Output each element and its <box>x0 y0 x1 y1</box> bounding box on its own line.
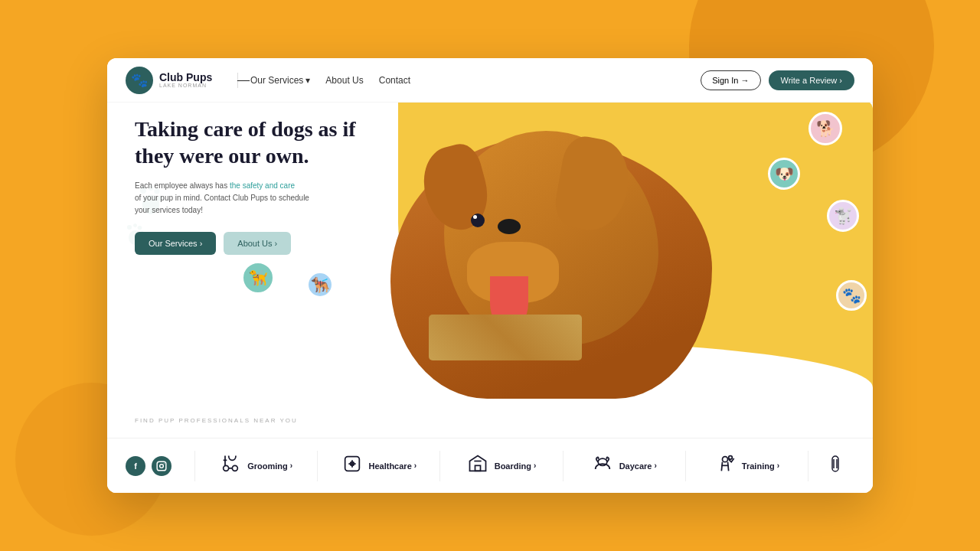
services-button[interactable]: Our Services › <box>135 232 216 255</box>
svg-rect-46 <box>832 456 838 471</box>
microchip-icon <box>826 453 844 479</box>
grooming-icon <box>220 453 241 479</box>
dog-avatar-1: 🐕 <box>808 112 842 145</box>
services-bar: f Grooming › <box>107 438 873 493</box>
svg-point-39 <box>232 465 237 471</box>
healthcare-label: Healthcare › <box>369 461 417 471</box>
logo-area: 🐾 Club Pups LAKE NORMAN <box>126 67 225 94</box>
svg-rect-42 <box>475 465 480 471</box>
service-training[interactable]: Training › <box>694 453 800 479</box>
healthcare-icon <box>341 453 363 479</box>
nav-link-contact[interactable]: Contact <box>379 75 410 86</box>
instagram-icon[interactable] <box>152 456 172 476</box>
service-boarding[interactable]: Boarding › <box>448 453 554 479</box>
chevron-icon: ▾ <box>305 75 310 86</box>
dog-avatar-4: 🦮 <box>241 261 275 295</box>
hero-description: Each employee always has the safety and … <box>135 180 364 217</box>
hero-dog-image <box>352 100 766 422</box>
hero-buttons: Our Services › About Us › <box>135 232 364 255</box>
svg-point-44 <box>722 456 727 461</box>
about-button[interactable]: About Us › <box>224 232 291 255</box>
hero-title: Taking care of dogs as if they were our … <box>135 116 364 169</box>
service-healthcare[interactable]: Healthcare › <box>325 453 432 479</box>
hero-highlight: the safety and care <box>230 181 295 190</box>
svg-point-30 <box>127 225 132 230</box>
logo-sub: LAKE NORMAN <box>159 83 212 88</box>
training-icon <box>714 453 736 479</box>
boarding-icon <box>467 453 488 479</box>
daycare-icon <box>592 453 613 479</box>
training-label: Training › <box>742 461 779 471</box>
dog-avatar-2: 🐶 <box>768 158 800 190</box>
dog-avatar-5: 🐕‍🦺 <box>306 271 334 298</box>
service-grooming[interactable]: Grooming › <box>203 453 309 479</box>
logo-icon: 🐾 <box>126 67 153 94</box>
logo-name: Club Pups <box>159 72 212 83</box>
svg-rect-35 <box>157 461 166 471</box>
browser-window: 🐕 🐶 🐩 🦮 🐕‍🦺 🐾 🐾 Club Pups LAKE NORMAN — … <box>107 58 873 493</box>
dog-avatar-6: 🐾 <box>836 280 867 311</box>
grooming-label: Grooming › <box>247 461 292 471</box>
svg-point-38 <box>224 465 229 471</box>
find-pup-text: FIND PUP PROFESSIONALS NEAR YOU <box>135 417 298 424</box>
service-microchip[interactable] <box>816 453 854 479</box>
dog-avatar-3: 🐩 <box>827 200 859 232</box>
hero-content: Taking care of dogs as if they were our … <box>135 116 364 255</box>
svg-point-36 <box>160 464 164 468</box>
write-review-button[interactable]: Write a Review › <box>769 70 854 90</box>
svg-point-37 <box>164 463 165 464</box>
service-daycare[interactable]: Daycare › <box>571 453 678 479</box>
signin-button[interactable]: Sign In → <box>701 70 760 90</box>
nav-link-services[interactable]: Our Services ▾ <box>250 75 310 86</box>
navbar: 🐾 Club Pups LAKE NORMAN — Our Services ▾… <box>107 58 873 103</box>
nav-links: Our Services ▾ About Us Contact <box>250 75 410 86</box>
nav-divider: — <box>237 73 238 88</box>
social-icons: f <box>126 456 172 476</box>
svg-point-45 <box>729 455 733 459</box>
boarding-label: Boarding › <box>495 461 537 471</box>
daycare-label: Daycare › <box>619 461 657 471</box>
nav-actions: Sign In → Write a Review › <box>701 70 854 90</box>
facebook-icon[interactable]: f <box>126 456 145 476</box>
nav-link-about[interactable]: About Us <box>325 75 363 86</box>
